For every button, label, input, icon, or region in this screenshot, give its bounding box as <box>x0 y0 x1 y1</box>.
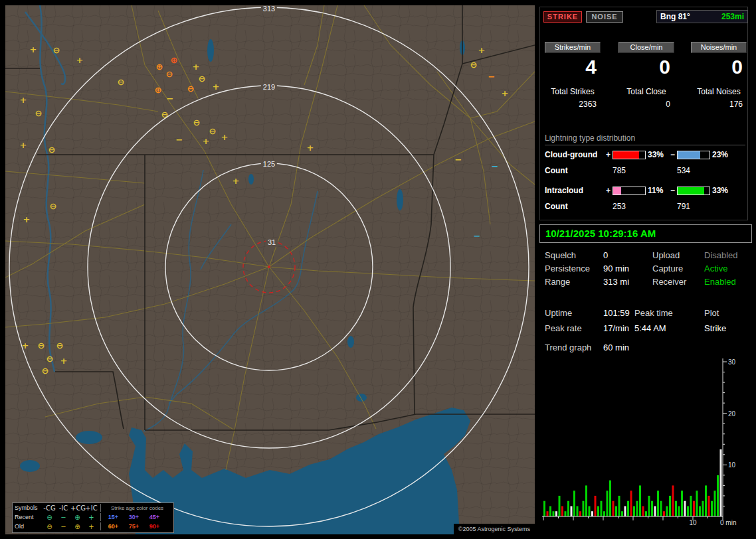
trend-window-value: 60 min <box>603 343 629 352</box>
ytick-10: 10 <box>728 461 736 469</box>
ytick-20: 20 <box>728 410 736 418</box>
trend-bar <box>583 501 585 516</box>
trend-bar <box>720 449 722 516</box>
close-per-min-button[interactable]: Close/min <box>618 42 674 53</box>
ic-negative-pct: 33% <box>712 186 728 195</box>
noises-column: Noises/min 0 Total Noises 176 <box>691 42 747 112</box>
range-value: 313 mi <box>603 277 629 287</box>
settings-row-1: Squelch 0 Upload Disabled <box>539 250 747 261</box>
trend-bar <box>714 491 716 516</box>
trend-bar <box>571 506 573 517</box>
trend-bar <box>717 475 719 516</box>
plot-label: Plot <box>704 308 719 318</box>
strike-symbol-ic-pos: + <box>30 45 37 54</box>
strike-symbol-ic-pos: + <box>23 215 31 224</box>
intracloud-row: Intracloud + 11% − 33% <box>539 186 747 196</box>
trend-bar <box>595 496 597 516</box>
cg-negative-fill <box>678 151 700 159</box>
xtick-0min: 0 min <box>720 519 736 526</box>
minus-sign: − <box>670 186 675 195</box>
count-label: Count <box>545 202 568 211</box>
trend-bar <box>609 481 611 516</box>
legend-symbols-label: Symbols <box>15 504 43 511</box>
range-label: Range <box>545 277 570 287</box>
trend-bar <box>615 506 617 517</box>
bearing-value: Bng 81° <box>660 12 690 21</box>
trend-bar <box>555 511 557 516</box>
total-noises-value: 176 <box>729 100 743 109</box>
strike-indicator[interactable]: STRIKE <box>543 11 582 23</box>
legend-col-neg-ic: -IC <box>56 504 70 512</box>
cloud-ground-label: Cloud-ground <box>545 150 597 159</box>
strike-symbol-cg-pos: ⊕ <box>155 86 162 94</box>
peak-time-label: Peak time <box>634 308 673 318</box>
lightning-map[interactable]: +⊖+⊕⊕⊖+⊖⊖⊕⊖+−+⊖⊖⊖⊖++−+⊖++−−⊖+−+⊖⊖⊖+⊖+⊖−+… <box>5 5 535 534</box>
trend-bar <box>645 511 647 516</box>
strike-symbol-ic-pos: + <box>60 356 68 365</box>
strikes-per-min-button[interactable]: Strikes/min <box>545 42 601 53</box>
noises-per-min-button[interactable]: Noises/min <box>691 42 747 53</box>
old-neg-ic-icon: − <box>56 523 70 530</box>
strike-symbol-cg-pos: ⊕ <box>156 62 163 71</box>
trend-bar <box>549 506 551 517</box>
trend-bar <box>687 506 689 517</box>
trend-bar <box>601 501 603 516</box>
legend-col-pos-ic: +IC <box>84 504 98 512</box>
strike-symbol-ic-pos: + <box>233 177 240 185</box>
trend-ticks <box>543 362 727 520</box>
trend-bar <box>553 511 555 516</box>
trend-bar <box>597 506 599 517</box>
strike-symbol-cg-neg: ⊖ <box>193 118 201 127</box>
plus-sign: + <box>606 186 611 195</box>
uptime-value: 101:59 <box>603 308 630 318</box>
map-legend: Symbols -CG -IC +CG +IC Strike age color… <box>12 502 174 533</box>
trend-bar <box>633 506 635 517</box>
ring-label-31: 31 <box>266 238 278 247</box>
trend-graph-label: Trend graph <box>545 343 591 352</box>
age-30: 30+ <box>124 514 144 520</box>
age-60: 60+ <box>103 523 124 530</box>
ic-negative-fill <box>678 187 704 194</box>
ic-negative-count: 791 <box>677 202 690 211</box>
cloud-ground-count-row: Count 785 534 <box>539 166 747 176</box>
strike-symbol-ic-pos: + <box>213 82 220 91</box>
legend-header-row: Symbols -CG -IC +CG +IC Strike age color… <box>13 503 173 512</box>
settings-row-3: Range 313 mi Receiver Enabled <box>539 277 747 287</box>
strike-symbol-ic-pos: + <box>203 137 210 145</box>
total-noises-label: Total Noises <box>691 87 747 96</box>
plot-value: Strike <box>704 323 726 333</box>
trend-bar <box>573 491 575 516</box>
trend-axes <box>542 358 723 516</box>
total-close-label: Total Close <box>618 87 674 96</box>
trend-bar <box>663 511 665 516</box>
strike-symbol-cg-neg: ⊖ <box>199 74 206 83</box>
distribution-title: Lightning type distribution <box>545 133 745 145</box>
strike-symbol-cg-neg: ⊖ <box>118 78 125 86</box>
trend-bar <box>627 501 629 516</box>
trend-bar <box>678 506 680 517</box>
trend-bar <box>657 491 659 516</box>
strike-symbol-cg-neg: ⊖ <box>50 202 57 210</box>
old-pos-cg-icon: ⊕ <box>70 523 84 530</box>
cg-positive-fill <box>613 151 639 159</box>
count-label: Count <box>545 166 568 175</box>
ring-label-313: 313 <box>261 5 277 13</box>
strike-symbol-ic-neg: − <box>455 155 462 164</box>
strike-symbol-cg-neg: ⊖ <box>38 341 45 350</box>
strike-symbol-cg-neg: ⊖ <box>470 60 478 69</box>
trend-bar <box>621 511 623 516</box>
age-45: 45+ <box>144 514 165 520</box>
receiver-status: Enabled <box>704 277 736 287</box>
cg-negative-bar <box>677 151 710 159</box>
total-strikes-label: Total Strikes <box>545 87 601 96</box>
peak-rate-row: Peak rate 17/min 5:44 AM Strike <box>539 323 747 334</box>
strike-symbol-ic-pos: + <box>22 341 29 350</box>
strike-symbol-ic-pos: + <box>20 96 27 104</box>
trend-bar <box>591 511 593 516</box>
trend-bar <box>618 496 620 516</box>
trend-bar <box>630 491 632 516</box>
noise-indicator[interactable]: NOISE <box>586 11 623 23</box>
plus-sign: + <box>606 150 611 159</box>
receiver-label: Receiver <box>652 277 686 287</box>
capture-label: Capture <box>652 264 683 273</box>
